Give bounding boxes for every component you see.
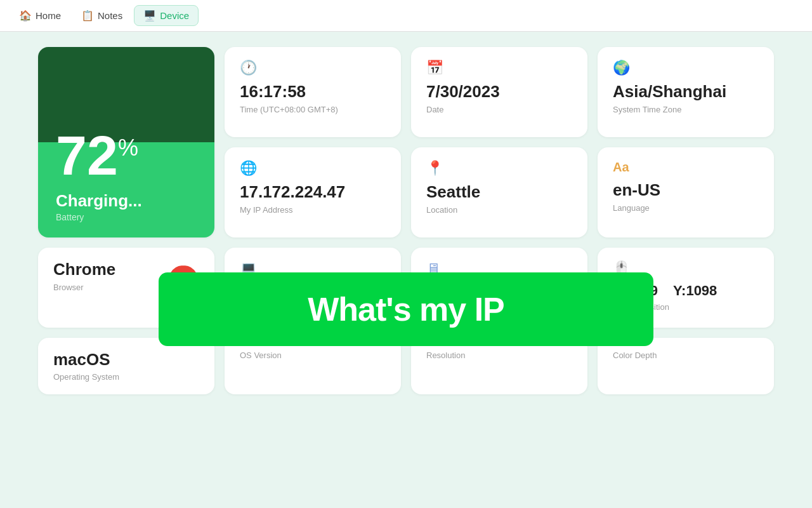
- ip-card: 🌐 17.172.224.47 My IP Address: [225, 147, 401, 237]
- banner-text: What's my IP: [159, 290, 653, 328]
- navbar: 🏠 Home 📋 Notes 🖥️ Device: [0, 0, 812, 32]
- timezone-label: System Time Zone: [613, 105, 759, 114]
- nav-home[interactable]: 🏠 Home: [10, 6, 70, 25]
- time-value: 16:17:58: [240, 83, 386, 101]
- ip-value: 17.172.224.47: [240, 183, 386, 201]
- ip-label: My IP Address: [240, 205, 386, 215]
- network-icon: 🌐: [240, 160, 386, 177]
- language-card: Aa en-US Language: [598, 147, 774, 237]
- date-card: 📅 7/30/2023 Date: [411, 47, 587, 137]
- home-icon: 🏠: [19, 10, 32, 22]
- color-depth-label: Color Depth: [613, 351, 759, 360]
- os-label: Operating System: [53, 372, 199, 382]
- os-value: macOS: [53, 351, 199, 369]
- whats-my-ip-banner[interactable]: What's my IP: [159, 272, 653, 346]
- location-label: Location: [426, 205, 572, 215]
- nav-device[interactable]: 🖥️ Device: [134, 5, 199, 26]
- nav-device-label: Device: [160, 10, 189, 21]
- location-icon: 📍: [426, 160, 572, 177]
- battery-label: Battery: [56, 212, 197, 222]
- battery-percent: 72%: [56, 77, 197, 184]
- notes-icon: 📋: [81, 10, 94, 22]
- location-card: 📍 Seattle Location: [411, 147, 587, 237]
- clock-icon: 🕐: [240, 60, 386, 76]
- resolution-label: Resolution: [426, 351, 572, 360]
- battery-card: 72% Charging... Battery: [38, 47, 214, 237]
- language-value: en-US: [613, 181, 759, 199]
- time-card: 🕐 16:17:58 Time (UTC+08:00 GMT+8): [225, 47, 401, 137]
- os-version-label: OS Version: [240, 351, 386, 360]
- timezone-card: 🌍 Asia/Shanghai System Time Zone: [598, 47, 774, 137]
- nav-notes[interactable]: 📋 Notes: [72, 6, 131, 25]
- date-value: 7/30/2023: [426, 83, 572, 101]
- main-grid: 72% Charging... Battery 🕐 16:17:58 Time …: [0, 32, 812, 410]
- language-label: Language: [613, 203, 759, 213]
- time-label: Time (UTC+08:00 GMT+8): [240, 105, 386, 114]
- globe-icon: 🌍: [613, 60, 759, 76]
- date-label: Date: [426, 105, 572, 114]
- battery-status: Charging...: [56, 191, 197, 211]
- calendar-icon: 📅: [426, 60, 572, 76]
- device-icon: 🖥️: [143, 10, 156, 22]
- location-value: Seattle: [426, 183, 572, 201]
- timezone-value: Asia/Shanghai: [613, 83, 759, 101]
- nav-notes-label: Notes: [98, 10, 122, 21]
- nav-home-label: Home: [36, 10, 61, 21]
- language-icon: Aa: [613, 160, 759, 175]
